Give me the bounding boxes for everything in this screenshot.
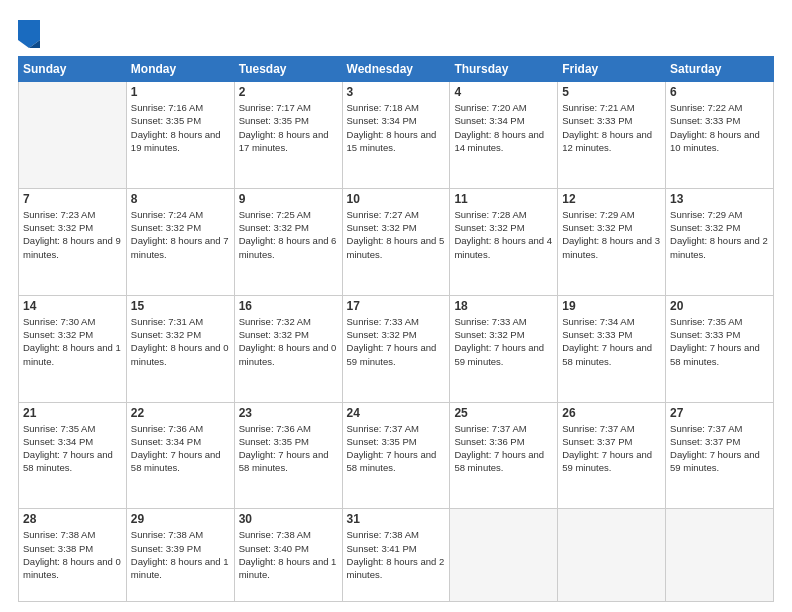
day-info: Sunrise: 7:37 AMSunset: 3:37 PMDaylight:… xyxy=(670,423,760,474)
calendar-header-cell: Wednesday xyxy=(342,57,450,82)
calendar-cell xyxy=(558,509,666,602)
calendar-table: SundayMondayTuesdayWednesdayThursdayFrid… xyxy=(18,56,774,602)
day-info: Sunrise: 7:37 AMSunset: 3:36 PMDaylight:… xyxy=(454,423,544,474)
day-number: 5 xyxy=(562,85,661,99)
day-number: 20 xyxy=(670,299,769,313)
calendar-cell: 21 Sunrise: 7:35 AMSunset: 3:34 PMDaylig… xyxy=(19,402,127,509)
calendar-cell: 14 Sunrise: 7:30 AMSunset: 3:32 PMDaylig… xyxy=(19,295,127,402)
calendar-cell: 17 Sunrise: 7:33 AMSunset: 3:32 PMDaylig… xyxy=(342,295,450,402)
calendar-header-cell: Tuesday xyxy=(234,57,342,82)
day-info: Sunrise: 7:32 AMSunset: 3:32 PMDaylight:… xyxy=(239,316,337,367)
day-info: Sunrise: 7:38 AMSunset: 3:41 PMDaylight:… xyxy=(347,529,445,580)
day-number: 23 xyxy=(239,406,338,420)
day-info: Sunrise: 7:30 AMSunset: 3:32 PMDaylight:… xyxy=(23,316,121,367)
day-info: Sunrise: 7:23 AMSunset: 3:32 PMDaylight:… xyxy=(23,209,121,260)
day-info: Sunrise: 7:36 AMSunset: 3:34 PMDaylight:… xyxy=(131,423,221,474)
calendar-week-row: 28 Sunrise: 7:38 AMSunset: 3:38 PMDaylig… xyxy=(19,509,774,602)
day-number: 26 xyxy=(562,406,661,420)
calendar-cell: 19 Sunrise: 7:34 AMSunset: 3:33 PMDaylig… xyxy=(558,295,666,402)
day-number: 1 xyxy=(131,85,230,99)
day-info: Sunrise: 7:36 AMSunset: 3:35 PMDaylight:… xyxy=(239,423,329,474)
day-number: 27 xyxy=(670,406,769,420)
calendar-header-cell: Sunday xyxy=(19,57,127,82)
calendar-cell: 9 Sunrise: 7:25 AMSunset: 3:32 PMDayligh… xyxy=(234,188,342,295)
day-info: Sunrise: 7:29 AMSunset: 3:32 PMDaylight:… xyxy=(562,209,660,260)
calendar-cell: 7 Sunrise: 7:23 AMSunset: 3:32 PMDayligh… xyxy=(19,188,127,295)
day-number: 2 xyxy=(239,85,338,99)
calendar-cell: 22 Sunrise: 7:36 AMSunset: 3:34 PMDaylig… xyxy=(126,402,234,509)
calendar-cell xyxy=(450,509,558,602)
calendar-cell: 4 Sunrise: 7:20 AMSunset: 3:34 PMDayligh… xyxy=(450,82,558,189)
day-info: Sunrise: 7:33 AMSunset: 3:32 PMDaylight:… xyxy=(454,316,544,367)
day-number: 6 xyxy=(670,85,769,99)
calendar-cell: 8 Sunrise: 7:24 AMSunset: 3:32 PMDayligh… xyxy=(126,188,234,295)
day-number: 12 xyxy=(562,192,661,206)
calendar-cell: 5 Sunrise: 7:21 AMSunset: 3:33 PMDayligh… xyxy=(558,82,666,189)
calendar-cell xyxy=(19,82,127,189)
day-number: 15 xyxy=(131,299,230,313)
day-info: Sunrise: 7:25 AMSunset: 3:32 PMDaylight:… xyxy=(239,209,337,260)
day-number: 18 xyxy=(454,299,553,313)
logo-icon xyxy=(18,20,40,48)
day-info: Sunrise: 7:24 AMSunset: 3:32 PMDaylight:… xyxy=(131,209,229,260)
day-info: Sunrise: 7:33 AMSunset: 3:32 PMDaylight:… xyxy=(347,316,437,367)
calendar-header-row: SundayMondayTuesdayWednesdayThursdayFrid… xyxy=(19,57,774,82)
day-info: Sunrise: 7:38 AMSunset: 3:38 PMDaylight:… xyxy=(23,529,121,580)
day-number: 11 xyxy=(454,192,553,206)
day-info: Sunrise: 7:27 AMSunset: 3:32 PMDaylight:… xyxy=(347,209,445,260)
day-number: 7 xyxy=(23,192,122,206)
day-info: Sunrise: 7:37 AMSunset: 3:35 PMDaylight:… xyxy=(347,423,437,474)
calendar-cell: 3 Sunrise: 7:18 AMSunset: 3:34 PMDayligh… xyxy=(342,82,450,189)
day-info: Sunrise: 7:35 AMSunset: 3:34 PMDaylight:… xyxy=(23,423,113,474)
calendar-cell: 20 Sunrise: 7:35 AMSunset: 3:33 PMDaylig… xyxy=(666,295,774,402)
day-number: 13 xyxy=(670,192,769,206)
day-number: 21 xyxy=(23,406,122,420)
day-number: 14 xyxy=(23,299,122,313)
day-number: 24 xyxy=(347,406,446,420)
header xyxy=(18,18,774,48)
calendar-cell: 18 Sunrise: 7:33 AMSunset: 3:32 PMDaylig… xyxy=(450,295,558,402)
day-number: 25 xyxy=(454,406,553,420)
day-number: 30 xyxy=(239,512,338,526)
day-number: 8 xyxy=(131,192,230,206)
day-number: 31 xyxy=(347,512,446,526)
calendar-header-cell: Saturday xyxy=(666,57,774,82)
day-info: Sunrise: 7:38 AMSunset: 3:40 PMDaylight:… xyxy=(239,529,337,580)
day-info: Sunrise: 7:21 AMSunset: 3:33 PMDaylight:… xyxy=(562,102,652,153)
day-number: 16 xyxy=(239,299,338,313)
calendar-week-row: 7 Sunrise: 7:23 AMSunset: 3:32 PMDayligh… xyxy=(19,188,774,295)
calendar-cell: 27 Sunrise: 7:37 AMSunset: 3:37 PMDaylig… xyxy=(666,402,774,509)
logo xyxy=(18,18,43,48)
calendar-week-row: 1 Sunrise: 7:16 AMSunset: 3:35 PMDayligh… xyxy=(19,82,774,189)
day-number: 19 xyxy=(562,299,661,313)
calendar-cell: 16 Sunrise: 7:32 AMSunset: 3:32 PMDaylig… xyxy=(234,295,342,402)
calendar-header-cell: Monday xyxy=(126,57,234,82)
day-info: Sunrise: 7:29 AMSunset: 3:32 PMDaylight:… xyxy=(670,209,768,260)
day-info: Sunrise: 7:38 AMSunset: 3:39 PMDaylight:… xyxy=(131,529,229,580)
calendar-body: 1 Sunrise: 7:16 AMSunset: 3:35 PMDayligh… xyxy=(19,82,774,602)
calendar-header-cell: Friday xyxy=(558,57,666,82)
calendar-week-row: 21 Sunrise: 7:35 AMSunset: 3:34 PMDaylig… xyxy=(19,402,774,509)
calendar-cell: 2 Sunrise: 7:17 AMSunset: 3:35 PMDayligh… xyxy=(234,82,342,189)
calendar-cell: 23 Sunrise: 7:36 AMSunset: 3:35 PMDaylig… xyxy=(234,402,342,509)
day-number: 29 xyxy=(131,512,230,526)
calendar-cell: 11 Sunrise: 7:28 AMSunset: 3:32 PMDaylig… xyxy=(450,188,558,295)
day-info: Sunrise: 7:16 AMSunset: 3:35 PMDaylight:… xyxy=(131,102,221,153)
day-number: 10 xyxy=(347,192,446,206)
calendar-cell: 15 Sunrise: 7:31 AMSunset: 3:32 PMDaylig… xyxy=(126,295,234,402)
calendar-cell: 13 Sunrise: 7:29 AMSunset: 3:32 PMDaylig… xyxy=(666,188,774,295)
calendar-week-row: 14 Sunrise: 7:30 AMSunset: 3:32 PMDaylig… xyxy=(19,295,774,402)
day-number: 3 xyxy=(347,85,446,99)
day-number: 9 xyxy=(239,192,338,206)
day-info: Sunrise: 7:22 AMSunset: 3:33 PMDaylight:… xyxy=(670,102,760,153)
day-number: 17 xyxy=(347,299,446,313)
day-info: Sunrise: 7:28 AMSunset: 3:32 PMDaylight:… xyxy=(454,209,552,260)
calendar-cell: 25 Sunrise: 7:37 AMSunset: 3:36 PMDaylig… xyxy=(450,402,558,509)
day-info: Sunrise: 7:17 AMSunset: 3:35 PMDaylight:… xyxy=(239,102,329,153)
day-number: 28 xyxy=(23,512,122,526)
day-info: Sunrise: 7:20 AMSunset: 3:34 PMDaylight:… xyxy=(454,102,544,153)
calendar-cell: 31 Sunrise: 7:38 AMSunset: 3:41 PMDaylig… xyxy=(342,509,450,602)
day-number: 4 xyxy=(454,85,553,99)
calendar-cell: 1 Sunrise: 7:16 AMSunset: 3:35 PMDayligh… xyxy=(126,82,234,189)
calendar-cell: 24 Sunrise: 7:37 AMSunset: 3:35 PMDaylig… xyxy=(342,402,450,509)
